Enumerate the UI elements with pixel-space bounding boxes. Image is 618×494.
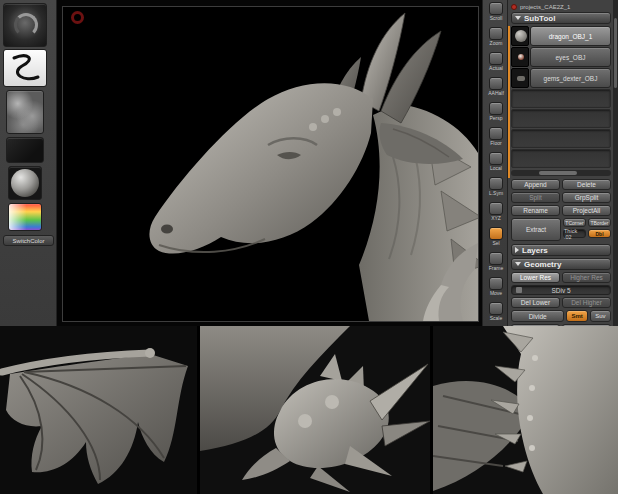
scale-button[interactable]: Scale bbox=[483, 302, 509, 325]
subtool-item-eyes[interactable]: eyes_OBJ bbox=[511, 47, 611, 67]
subtool-empty-slot bbox=[511, 149, 611, 168]
zoom-icon bbox=[489, 27, 503, 40]
subtool-selection-bar bbox=[508, 26, 510, 178]
document-canvas[interactable] bbox=[57, 0, 482, 326]
zbrush-window: SwitchColor bbox=[0, 0, 618, 326]
del-lower-button[interactable]: Del Lower bbox=[511, 297, 560, 308]
floor-icon bbox=[489, 127, 503, 140]
geometry-header[interactable]: Geometry bbox=[511, 258, 611, 270]
left-tool-shelf: SwitchColor bbox=[0, 0, 57, 326]
split-button[interactable]: Split bbox=[511, 192, 560, 203]
subtool-empty-slot bbox=[511, 89, 611, 108]
floor-button[interactable]: Floor bbox=[483, 127, 509, 150]
persp-icon bbox=[489, 102, 503, 115]
aahalf-icon bbox=[489, 77, 503, 90]
subtool-header[interactable]: SubTool bbox=[511, 12, 611, 24]
alpha-icon[interactable] bbox=[6, 90, 44, 134]
grpsplit-button[interactable]: GrpSplit bbox=[562, 192, 611, 203]
chevron-down-icon bbox=[515, 16, 521, 20]
render-back-view bbox=[433, 326, 618, 494]
append-button[interactable]: Append bbox=[511, 179, 560, 190]
del-higher-button[interactable]: Del Higher bbox=[562, 297, 611, 308]
subtool-thumbnail bbox=[511, 26, 529, 46]
tool-title-row: projects_CAE2Z_1 bbox=[511, 1, 611, 12]
panel-scrollbar[interactable] bbox=[613, 0, 618, 326]
stroke-type-icon[interactable] bbox=[3, 49, 47, 87]
chevron-down-icon bbox=[515, 262, 521, 266]
persp-button[interactable]: Persp bbox=[483, 102, 509, 125]
scroll-button[interactable]: Scroll bbox=[483, 2, 509, 25]
subtool-item-gems[interactable]: gems_dexter_OBJ bbox=[511, 68, 611, 88]
sdiv-slider[interactable]: SDiv 5 bbox=[511, 285, 611, 295]
material-icon[interactable] bbox=[8, 166, 42, 200]
zoom-button[interactable]: Zoom bbox=[483, 27, 509, 50]
subtool-empty-slot bbox=[511, 129, 611, 148]
delete-button[interactable]: Delete bbox=[562, 179, 611, 190]
xyz-button[interactable]: XYZ bbox=[483, 202, 509, 225]
texture-icon[interactable] bbox=[6, 137, 44, 163]
brush-preview-icon[interactable] bbox=[3, 3, 47, 47]
tool-title: projects_CAE2Z_1 bbox=[520, 4, 570, 10]
lsym-icon bbox=[489, 177, 503, 190]
scroll-icon bbox=[489, 2, 503, 15]
tool-icon bbox=[511, 4, 517, 10]
right-tool-shelf: Scroll Zoom Actual AAHalf Persp Floor Lo… bbox=[482, 0, 508, 326]
smt-toggle[interactable]: Smt bbox=[566, 310, 587, 322]
subtool-thumbnail bbox=[511, 68, 529, 88]
color-picker-icon[interactable] bbox=[8, 203, 42, 231]
extract-button[interactable]: Extract bbox=[511, 218, 561, 241]
projectall-button[interactable]: ProjectAll bbox=[562, 205, 611, 216]
actual-icon bbox=[489, 52, 503, 65]
subtool-thumbnail bbox=[511, 47, 529, 67]
scale-icon bbox=[489, 302, 503, 315]
local-button[interactable]: Local bbox=[483, 152, 509, 175]
rename-button[interactable]: Rename bbox=[511, 205, 560, 216]
slider-notch bbox=[516, 287, 522, 293]
thick-slider[interactable]: Thick .02 bbox=[563, 229, 586, 238]
frame-icon bbox=[489, 252, 503, 265]
sel-button[interactable]: Sel bbox=[483, 227, 509, 250]
move-icon bbox=[489, 277, 503, 290]
dragon-sculpt-view bbox=[63, 7, 478, 321]
render-head-top-view bbox=[200, 326, 430, 494]
tool-palette: projects_CAE2Z_1 SubTool dragon_OBJ_1 ey… bbox=[508, 0, 618, 326]
sel-icon bbox=[489, 227, 503, 240]
canvas-frame bbox=[62, 6, 479, 322]
move-button[interactable]: Move bbox=[483, 277, 509, 300]
canvas-marker-icon bbox=[71, 11, 84, 24]
switch-color-button[interactable]: SwitchColor bbox=[3, 235, 54, 246]
frame-button[interactable]: Frame bbox=[483, 252, 509, 275]
chevron-right-icon bbox=[515, 247, 519, 253]
lsym-button[interactable]: L.Sym bbox=[483, 177, 509, 200]
aahalf-button[interactable]: AAHalf bbox=[483, 77, 509, 100]
subtool-empty-slot bbox=[511, 109, 611, 128]
subtool-scrollbar[interactable] bbox=[511, 170, 611, 176]
suv-toggle[interactable]: Suv bbox=[590, 310, 611, 322]
tborder-toggle[interactable]: TBorder bbox=[588, 218, 611, 227]
actual-button[interactable]: Actual bbox=[483, 52, 509, 75]
render-wing-view bbox=[0, 326, 197, 494]
divide-button[interactable]: Divide bbox=[511, 310, 564, 322]
subtool-item-dragon[interactable]: dragon_OBJ_1 bbox=[511, 26, 611, 46]
lower-res-button[interactable]: Lower Res bbox=[511, 272, 560, 283]
layers-header[interactable]: Layers bbox=[511, 244, 611, 256]
higher-res-button[interactable]: Higher Res bbox=[562, 272, 611, 283]
local-icon bbox=[489, 152, 503, 165]
tcorner-toggle[interactable]: TCorner bbox=[563, 218, 586, 227]
double-toggle[interactable]: Dbl bbox=[588, 229, 611, 238]
xyz-icon bbox=[489, 202, 503, 215]
